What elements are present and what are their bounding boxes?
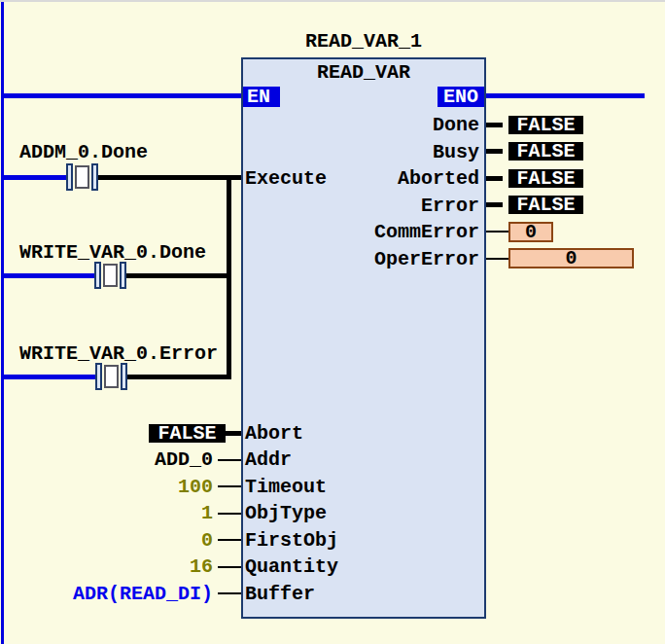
contact-right-bar-icon: [91, 163, 98, 191]
error-value-box[interactable]: FALSE: [508, 196, 583, 214]
en-input-wire: [4, 93, 241, 98]
contact-write-var-0-done[interactable]: [94, 262, 126, 289]
busy-stub-wire: [486, 149, 503, 154]
pin-commerror: CommError: [321, 222, 479, 242]
contact-right-bar-icon: [120, 262, 126, 289]
aborted-value-box[interactable]: FALSE: [508, 169, 583, 188]
pin-firstobj: FirstObj: [245, 530, 338, 551]
contact-left-bar-icon: [94, 262, 101, 289]
busy-value-box[interactable]: FALSE: [508, 142, 583, 161]
abort-value-box[interactable]: FALSE: [149, 424, 226, 443]
timeout-literal[interactable]: 100: [38, 477, 213, 497]
fbd-editor-canvas[interactable]: ADDM_0.Done WRITE_VAR_0.Done WRITE_VAR_0…: [0, 0, 665, 644]
quantity-literal[interactable]: 16: [38, 556, 213, 577]
contact-addm-0-done[interactable]: [66, 163, 98, 191]
pin-aborted: Aborted: [321, 168, 479, 189]
branch2-in-wire: [4, 273, 94, 278]
branch2-out-wire: [126, 273, 231, 278]
eno-pin-box: ENO: [438, 87, 484, 107]
commerror-value-box[interactable]: 0: [508, 222, 553, 242]
firstobj-literal[interactable]: 0: [38, 530, 213, 551]
contact-state-box-icon: [75, 165, 89, 189]
contact-label: ADDM_0.Done: [19, 142, 148, 162]
buffer-stub-wire: [218, 592, 241, 594]
left-power-rail: [1, 2, 4, 644]
opererror-stub-wire: [486, 258, 508, 260]
objtype-literal[interactable]: 1: [38, 503, 213, 523]
branch3-out-wire: [127, 375, 231, 379]
contact-write-var-0-error[interactable]: [95, 363, 127, 390]
timeout-stub-wire: [218, 485, 241, 487]
eno-output-wire: [486, 93, 645, 98]
firstobj-stub-wire: [218, 539, 241, 541]
fb-type-name: READ_VAR: [241, 62, 486, 83]
contact-state-box-icon: [104, 365, 119, 388]
done-value-box[interactable]: FALSE: [508, 116, 583, 134]
pin-error: Error: [321, 196, 479, 216]
contact-right-bar-icon: [121, 363, 127, 390]
abort-stub-wire: [226, 431, 241, 436]
contact-label: WRITE_VAR_0.Error: [19, 343, 218, 364]
pin-objtype: ObjType: [245, 503, 327, 523]
pin-addr: Addr: [245, 449, 292, 470]
branch3-in-wire: [4, 375, 95, 379]
addr-stub-wire: [218, 459, 241, 461]
pin-buffer: Buffer: [245, 584, 315, 604]
pin-done: Done: [321, 115, 479, 135]
fb-instance-name[interactable]: READ_VAR_1: [241, 31, 486, 52]
commerror-stub-wire: [486, 231, 508, 233]
addr-literal[interactable]: ADD_0: [38, 449, 213, 470]
buffer-literal[interactable]: ADR(READ_DI): [38, 584, 213, 604]
contact-left-bar-icon: [95, 363, 102, 390]
pin-timeout: Timeout: [245, 477, 327, 497]
pin-execute: Execute: [245, 168, 327, 189]
contact-label: WRITE_VAR_0.Done: [19, 242, 206, 263]
opererror-value-box[interactable]: 0: [508, 248, 634, 268]
branch1-out-wire: [98, 175, 241, 180]
pin-busy: Busy: [321, 142, 479, 162]
branch1-in-wire: [4, 175, 66, 180]
contact-state-box-icon: [103, 264, 118, 287]
pin-quantity: Quantity: [245, 556, 338, 577]
aborted-stub-wire: [486, 176, 503, 181]
contact-left-bar-icon: [66, 163, 73, 191]
en-pin-box: EN: [243, 87, 280, 107]
error-stub-wire: [486, 202, 503, 207]
quantity-stub-wire: [218, 566, 241, 568]
objtype-stub-wire: [218, 513, 241, 515]
pin-opererror: OperError: [321, 249, 479, 269]
done-stub-wire: [486, 123, 503, 127]
or-merge-rail: [227, 175, 231, 379]
pin-abort: Abort: [245, 423, 303, 444]
